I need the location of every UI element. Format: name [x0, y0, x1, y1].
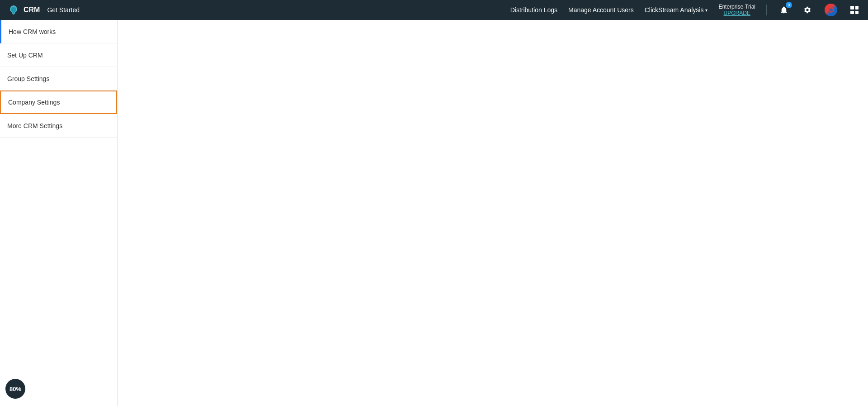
- trial-section: Enterprise-Trial UPGRADE: [718, 4, 755, 17]
- sidebar: How CRM works Set Up CRM Group Settings …: [0, 20, 118, 406]
- logo-text: CRM: [24, 6, 40, 14]
- apps-grid-button[interactable]: [848, 4, 861, 16]
- notifications-button[interactable]: 0: [778, 4, 790, 16]
- user-avatar[interactable]: [825, 4, 837, 16]
- notification-badge: 0: [786, 2, 792, 8]
- upgrade-link[interactable]: UPGRADE: [724, 10, 750, 16]
- get-started-link[interactable]: Get Started: [47, 6, 80, 14]
- settings-button[interactable]: [801, 4, 814, 16]
- sidebar-item-group-settings[interactable]: Group Settings: [0, 67, 117, 91]
- nav-divider: [766, 5, 767, 15]
- chevron-down-icon: ▾: [705, 8, 708, 13]
- sidebar-item-more-crm-settings[interactable]: More CRM Settings: [0, 114, 117, 138]
- grid-icon: [850, 6, 859, 14]
- page-layout: How CRM works Set Up CRM Group Settings …: [0, 20, 868, 406]
- app-logo[interactable]: CRM: [7, 4, 40, 16]
- topnav-right-section: Distribution Logs Manage Account Users C…: [510, 4, 861, 17]
- trial-label: Enterprise-Trial: [718, 4, 755, 10]
- top-navigation: CRM Get Started Distribution Logs Manage…: [0, 0, 868, 20]
- manage-account-users-link[interactable]: Manage Account Users: [568, 6, 634, 14]
- sidebar-item-company-settings[interactable]: Company Settings: [0, 91, 117, 114]
- main-content: [118, 20, 868, 406]
- sidebar-item-how-crm-works[interactable]: How CRM works: [0, 20, 117, 43]
- clickstream-analysis-link[interactable]: ClickStream Analysis ▾: [645, 6, 708, 14]
- distribution-logs-link[interactable]: Distribution Logs: [510, 6, 557, 14]
- progress-badge[interactable]: 80%: [5, 379, 25, 399]
- sidebar-item-set-up-crm[interactable]: Set Up CRM: [0, 43, 117, 67]
